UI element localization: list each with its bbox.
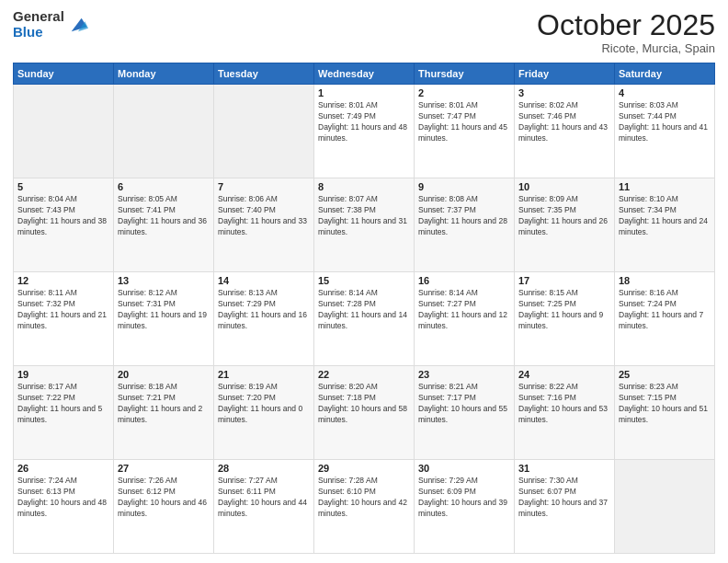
table-row	[615, 460, 715, 554]
calendar-week-row: 1Sunrise: 8:01 AM Sunset: 7:49 PM Daylig…	[14, 85, 715, 178]
day-info: Sunrise: 8:07 AM Sunset: 7:38 PM Dayligh…	[318, 194, 410, 238]
table-row: 9Sunrise: 8:08 AM Sunset: 7:37 PM Daylig…	[415, 178, 515, 272]
table-row: 24Sunrise: 8:22 AM Sunset: 7:16 PM Dayli…	[515, 366, 615, 460]
day-number: 6	[118, 181, 210, 192]
location: Ricote, Murcia, Spain	[537, 41, 715, 55]
calendar-table: Sunday Monday Tuesday Wednesday Thursday…	[13, 63, 715, 554]
table-row: 22Sunrise: 8:20 AM Sunset: 7:18 PM Dayli…	[314, 366, 415, 460]
day-number: 20	[118, 369, 210, 380]
day-number: 10	[518, 181, 610, 192]
col-wednesday: Wednesday	[314, 63, 415, 85]
day-number: 23	[418, 369, 510, 380]
day-number: 1	[318, 87, 410, 98]
day-number: 12	[17, 275, 109, 286]
day-number: 22	[318, 369, 410, 380]
day-info: Sunrise: 8:14 AM Sunset: 7:27 PM Dayligh…	[418, 288, 510, 332]
logo: General Blue	[13, 9, 88, 40]
day-number: 14	[218, 275, 310, 286]
table-row: 13Sunrise: 8:12 AM Sunset: 7:31 PM Dayli…	[114, 272, 214, 366]
day-info: Sunrise: 8:01 AM Sunset: 7:47 PM Dayligh…	[418, 100, 510, 144]
col-monday: Monday	[114, 63, 214, 85]
day-info: Sunrise: 8:23 AM Sunset: 7:15 PM Dayligh…	[619, 382, 711, 426]
table-row: 25Sunrise: 8:23 AM Sunset: 7:15 PM Dayli…	[615, 366, 715, 460]
day-number: 21	[218, 369, 310, 380]
day-number: 18	[619, 275, 711, 286]
day-info: Sunrise: 8:15 AM Sunset: 7:25 PM Dayligh…	[518, 288, 610, 332]
col-saturday: Saturday	[615, 63, 715, 85]
table-row: 1Sunrise: 8:01 AM Sunset: 7:49 PM Daylig…	[314, 85, 415, 178]
day-info: Sunrise: 8:05 AM Sunset: 7:41 PM Dayligh…	[118, 194, 210, 238]
day-number: 15	[318, 275, 410, 286]
table-row: 11Sunrise: 8:10 AM Sunset: 7:34 PM Dayli…	[615, 178, 715, 272]
day-number: 30	[418, 463, 510, 474]
day-number: 31	[518, 463, 610, 474]
day-number: 7	[218, 181, 310, 192]
day-number: 11	[619, 181, 711, 192]
day-info: Sunrise: 8:18 AM Sunset: 7:21 PM Dayligh…	[118, 382, 210, 426]
day-info: Sunrise: 7:26 AM Sunset: 6:12 PM Dayligh…	[118, 476, 210, 520]
day-number: 29	[318, 463, 410, 474]
day-number: 4	[619, 87, 711, 98]
page: General Blue October 2025 Ricote, Murcia…	[0, 0, 728, 563]
table-row: 10Sunrise: 8:09 AM Sunset: 7:35 PM Dayli…	[515, 178, 615, 272]
day-number: 19	[17, 369, 109, 380]
day-info: Sunrise: 8:16 AM Sunset: 7:24 PM Dayligh…	[619, 288, 711, 332]
calendar-header-row: Sunday Monday Tuesday Wednesday Thursday…	[14, 63, 715, 85]
day-info: Sunrise: 8:03 AM Sunset: 7:44 PM Dayligh…	[619, 100, 711, 144]
day-info: Sunrise: 7:30 AM Sunset: 6:07 PM Dayligh…	[518, 476, 610, 520]
table-row: 23Sunrise: 8:21 AM Sunset: 7:17 PM Dayli…	[415, 366, 515, 460]
table-row: 2Sunrise: 8:01 AM Sunset: 7:47 PM Daylig…	[415, 85, 515, 178]
day-info: Sunrise: 8:01 AM Sunset: 7:49 PM Dayligh…	[318, 100, 410, 144]
table-row: 19Sunrise: 8:17 AM Sunset: 7:22 PM Dayli…	[14, 366, 114, 460]
table-row: 27Sunrise: 7:26 AM Sunset: 6:12 PM Dayli…	[114, 460, 214, 554]
table-row: 30Sunrise: 7:29 AM Sunset: 6:09 PM Dayli…	[415, 460, 515, 554]
col-friday: Friday	[515, 63, 615, 85]
day-number: 26	[17, 463, 109, 474]
day-info: Sunrise: 8:10 AM Sunset: 7:34 PM Dayligh…	[619, 194, 711, 238]
table-row: 16Sunrise: 8:14 AM Sunset: 7:27 PM Dayli…	[415, 272, 515, 366]
day-number: 24	[518, 369, 610, 380]
table-row	[214, 85, 314, 178]
day-number: 16	[418, 275, 510, 286]
table-row: 3Sunrise: 8:02 AM Sunset: 7:46 PM Daylig…	[515, 85, 615, 178]
day-number: 17	[518, 275, 610, 286]
month-title: October 2025	[537, 9, 715, 41]
day-info: Sunrise: 8:08 AM Sunset: 7:37 PM Dayligh…	[418, 194, 510, 238]
table-row: 17Sunrise: 8:15 AM Sunset: 7:25 PM Dayli…	[515, 272, 615, 366]
day-number: 28	[218, 463, 310, 474]
table-row: 5Sunrise: 8:04 AM Sunset: 7:43 PM Daylig…	[14, 178, 114, 272]
day-info: Sunrise: 8:02 AM Sunset: 7:46 PM Dayligh…	[518, 100, 610, 144]
day-info: Sunrise: 8:04 AM Sunset: 7:43 PM Dayligh…	[17, 194, 109, 238]
day-number: 5	[17, 181, 109, 192]
logo-general: General	[13, 9, 64, 25]
day-info: Sunrise: 8:11 AM Sunset: 7:32 PM Dayligh…	[17, 288, 109, 332]
table-row	[114, 85, 214, 178]
day-number: 3	[518, 87, 610, 98]
table-row: 8Sunrise: 8:07 AM Sunset: 7:38 PM Daylig…	[314, 178, 415, 272]
day-number: 13	[118, 275, 210, 286]
header: General Blue October 2025 Ricote, Murcia…	[13, 9, 715, 55]
day-number: 27	[118, 463, 210, 474]
day-info: Sunrise: 8:17 AM Sunset: 7:22 PM Dayligh…	[17, 382, 109, 426]
table-row: 12Sunrise: 8:11 AM Sunset: 7:32 PM Dayli…	[14, 272, 114, 366]
col-sunday: Sunday	[14, 63, 114, 85]
day-info: Sunrise: 7:27 AM Sunset: 6:11 PM Dayligh…	[218, 476, 310, 520]
table-row	[14, 85, 114, 178]
table-row: 6Sunrise: 8:05 AM Sunset: 7:41 PM Daylig…	[114, 178, 214, 272]
table-row: 14Sunrise: 8:13 AM Sunset: 7:29 PM Dayli…	[214, 272, 314, 366]
table-row: 18Sunrise: 8:16 AM Sunset: 7:24 PM Dayli…	[615, 272, 715, 366]
logo-text: General Blue	[13, 9, 64, 40]
day-info: Sunrise: 8:19 AM Sunset: 7:20 PM Dayligh…	[218, 382, 310, 426]
table-row: 7Sunrise: 8:06 AM Sunset: 7:40 PM Daylig…	[214, 178, 314, 272]
calendar-week-row: 26Sunrise: 7:24 AM Sunset: 6:13 PM Dayli…	[14, 460, 715, 554]
day-info: Sunrise: 8:09 AM Sunset: 7:35 PM Dayligh…	[518, 194, 610, 238]
day-number: 8	[318, 181, 410, 192]
day-number: 25	[619, 369, 711, 380]
table-row: 4Sunrise: 8:03 AM Sunset: 7:44 PM Daylig…	[615, 85, 715, 178]
calendar-week-row: 5Sunrise: 8:04 AM Sunset: 7:43 PM Daylig…	[14, 178, 715, 272]
table-row: 15Sunrise: 8:14 AM Sunset: 7:28 PM Dayli…	[314, 272, 415, 366]
table-row: 26Sunrise: 7:24 AM Sunset: 6:13 PM Dayli…	[14, 460, 114, 554]
calendar-week-row: 12Sunrise: 8:11 AM Sunset: 7:32 PM Dayli…	[14, 272, 715, 366]
day-info: Sunrise: 8:13 AM Sunset: 7:29 PM Dayligh…	[218, 288, 310, 332]
day-info: Sunrise: 8:20 AM Sunset: 7:18 PM Dayligh…	[318, 382, 410, 426]
